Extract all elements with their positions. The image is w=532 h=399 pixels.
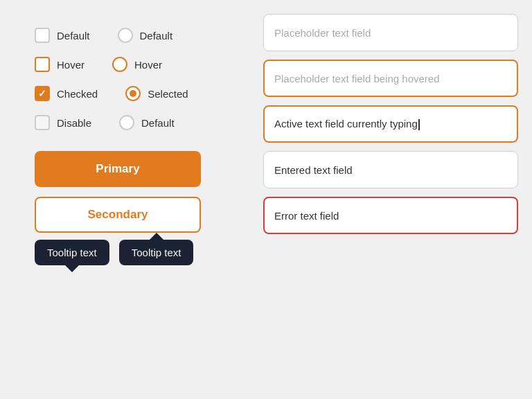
checkbox-checked-item: Checked xyxy=(35,86,98,101)
control-row-default: Default Default xyxy=(35,28,222,43)
tooltip-2: Tooltip text xyxy=(119,240,194,265)
secondary-button[interactable]: Secondary xyxy=(35,197,201,233)
control-row-disabled: Disable Default xyxy=(35,115,222,130)
field-active-wrapper: Active text field currently typing xyxy=(263,105,518,143)
left-panel: Default Default Hover Hover Checked Sele… xyxy=(0,0,256,399)
field-error-text: Error text field xyxy=(274,210,339,222)
field-active[interactable]: Active text field currently typing xyxy=(263,105,518,143)
radio-hover-item: Hover xyxy=(112,57,162,72)
tooltip-section: Tooltip text Tooltip text xyxy=(35,240,222,265)
primary-button[interactable]: Primary xyxy=(35,151,201,187)
checkbox-hover-label: Hover xyxy=(57,59,85,71)
radio-disabled-label: Default xyxy=(141,117,175,129)
radio-disabled-item: Default xyxy=(119,115,175,130)
checkbox-disabled-label: Disable xyxy=(57,117,91,129)
field-entered[interactable]: Entered text field xyxy=(263,151,518,188)
field-error[interactable]: Error text field xyxy=(263,197,518,234)
field-placeholder-text: Placeholder text field xyxy=(274,27,371,39)
checkbox-checked[interactable] xyxy=(35,86,50,101)
radio-selected-item: Selected xyxy=(125,86,188,101)
button-section: Primary Secondary xyxy=(35,151,222,233)
checkbox-disabled-item: Disable xyxy=(35,115,91,130)
radio-disabled xyxy=(119,115,134,130)
radio-hover[interactable] xyxy=(112,57,127,72)
checkbox-disabled xyxy=(35,115,50,130)
checkbox-hover-item: Hover xyxy=(35,57,85,72)
right-panel: Placeholder text field Placeholder text … xyxy=(256,0,532,399)
field-error-wrapper: Error text field xyxy=(263,197,518,234)
radio-hover-label: Hover xyxy=(134,59,162,71)
tooltip-2-text: Tooltip text xyxy=(132,247,181,258)
checkbox-default-label: Default xyxy=(57,30,90,42)
tooltip-1: Tooltip text xyxy=(35,240,109,265)
checkbox-default[interactable] xyxy=(35,28,50,43)
checkbox-hover[interactable] xyxy=(35,57,50,72)
field-active-text: Active text field currently typing xyxy=(274,118,420,130)
field-entered-wrapper: Entered text field xyxy=(263,151,518,188)
field-hovered[interactable]: Placeholder text field being hovered xyxy=(263,60,518,97)
field-placeholder-wrapper: Placeholder text field xyxy=(263,14,518,51)
radio-default[interactable] xyxy=(118,28,133,43)
checkbox-default-item: Default xyxy=(35,28,90,43)
control-row-checked: Checked Selected xyxy=(35,86,222,101)
field-hovered-wrapper: Placeholder text field being hovered xyxy=(263,60,518,97)
field-entered-text: Entered text field xyxy=(274,164,353,176)
checkbox-checked-label: Checked xyxy=(57,88,98,100)
radio-selected-label: Selected xyxy=(148,88,188,100)
field-hovered-text: Placeholder text field being hovered xyxy=(274,73,440,85)
field-placeholder[interactable]: Placeholder text field xyxy=(263,14,518,51)
tooltip-1-text: Tooltip text xyxy=(47,247,97,258)
radio-selected[interactable] xyxy=(125,86,141,101)
control-row-hover: Hover Hover xyxy=(35,57,222,72)
radio-default-item: Default xyxy=(118,28,173,43)
radio-default-label: Default xyxy=(140,30,173,42)
